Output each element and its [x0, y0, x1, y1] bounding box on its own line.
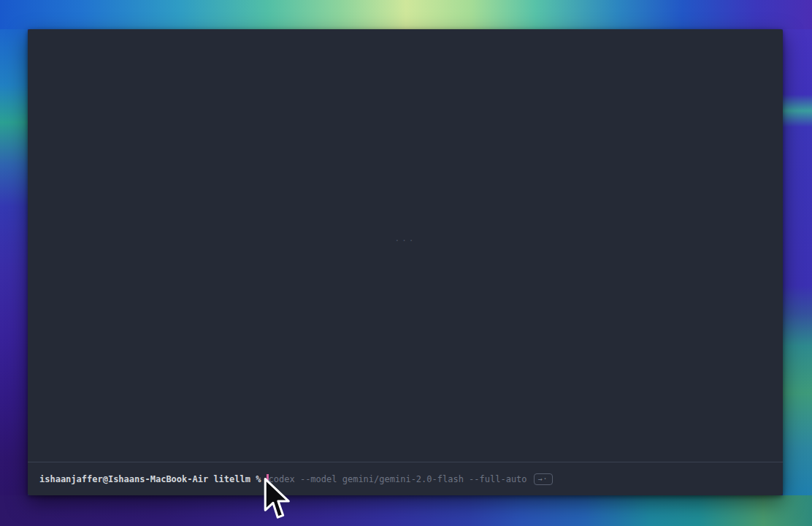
autocomplete-key-hint: →·	[534, 473, 553, 485]
prompt-directory: litellm	[213, 474, 250, 484]
desktop: ··· ishaanjaffer@Ishaans-MacBook-Air lit…	[0, 0, 812, 526]
mouse-cursor-arrow-icon	[263, 478, 290, 520]
command-line[interactable]: ishaanjaffer@Ishaans-MacBook-Air litellm…	[28, 462, 783, 495]
wallpaper-left-strip	[0, 29, 28, 495]
wallpaper-top-strip	[0, 0, 812, 29]
terminal-output-area: ···	[28, 29, 783, 462]
terminal-window[interactable]: ··· ishaanjaffer@Ishaans-MacBook-Air lit…	[28, 29, 783, 495]
wallpaper-bottom-strip	[0, 495, 812, 526]
autosuggestion-text: codex --model gemini/gemini-2.0-flash --…	[269, 474, 527, 484]
wallpaper-right-strip	[783, 29, 812, 495]
prompt-user-host: ishaanjaffer@Ishaans-MacBook-Air	[39, 474, 208, 484]
loading-ellipsis: ···	[395, 236, 416, 245]
prompt-symbol: %	[256, 474, 261, 484]
